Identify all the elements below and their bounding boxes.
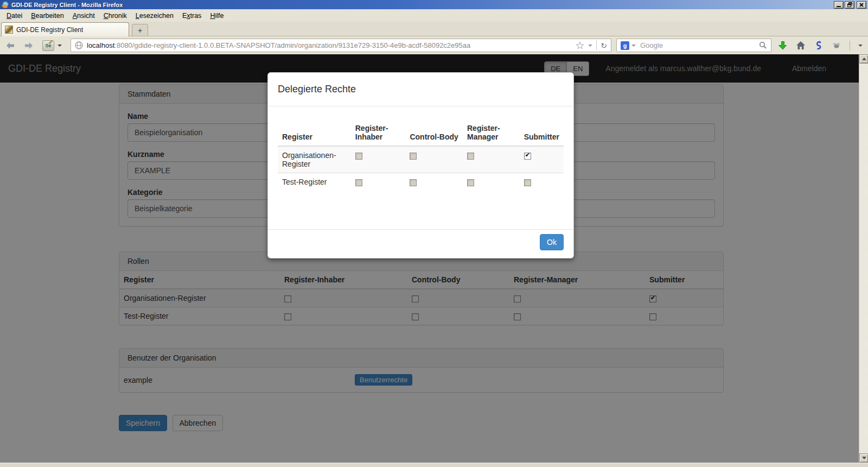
search-icon[interactable] (759, 41, 767, 49)
scroll-down-icon (862, 457, 866, 459)
bookmark-star-icon[interactable] (576, 41, 584, 49)
modal-footer: Ok (268, 229, 573, 258)
restore-button[interactable] (845, 1, 854, 9)
toolbar-divider (850, 41, 850, 51)
menu-bearbeiten[interactable]: Bearbeiten (27, 10, 68, 21)
firefox-icon (2, 1, 9, 8)
delegierte-rechte-table: Register Register-Inhaber Control-Body R… (278, 119, 564, 191)
menubar: Datei Bearbeiten Ansicht Chronik Lesezei… (0, 9, 868, 22)
home-icon[interactable] (796, 41, 806, 50)
scrollbar-up-button[interactable] (859, 54, 868, 64)
checkbox-register-manager[interactable] (467, 153, 474, 160)
new-tab-button[interactable]: + (132, 24, 148, 36)
restore-icon (847, 2, 852, 7)
tabbar: GDI-DE Registry Client + (0, 22, 868, 36)
url-path: :8080/gdide-registry-client-1.0.0.BETA-S… (114, 41, 470, 49)
back-icon (5, 42, 15, 49)
browser-window: GDI-DE Registry Client - Mozilla Firefox… (0, 0, 868, 467)
modal-title: Delegierte Rechte (278, 84, 564, 95)
ok-button[interactable]: Ok (540, 234, 564, 250)
window-title: GDI-DE Registry Client - Mozilla Firefox (11, 2, 123, 8)
tab-title: GDI-DE Registry Client (16, 26, 83, 34)
forward-icon (24, 42, 34, 49)
selenium-addon-button[interactable]: Se (42, 40, 54, 51)
close-icon (859, 3, 864, 7)
modal-row-test-register: Test-Register (278, 173, 564, 191)
scrollbar-down-button[interactable] (859, 453, 868, 463)
scroll-up-icon (862, 58, 866, 60)
search-box[interactable]: g (616, 39, 771, 52)
minimize-button[interactable] (834, 1, 844, 9)
menu-hilfe[interactable]: Hilfe (206, 10, 228, 21)
modal-row-organisationen-register: Organisationen-Register (278, 146, 564, 173)
browser-viewport: GDI-DE Registry DE EN Angemeldet als mar… (0, 54, 859, 463)
modal-header-control-body: Control-Body (405, 119, 463, 146)
navigation-toolbar: Se localhost:8080/gdide-registry-client-… (0, 36, 868, 54)
menu-chronik[interactable]: Chronik (99, 10, 131, 21)
vertical-scrollbar[interactable] (859, 54, 868, 463)
toolbar-overflow-icon[interactable] (858, 45, 863, 47)
reload-icon[interactable]: ↻ (601, 42, 607, 49)
search-input[interactable] (640, 41, 759, 49)
tab-gdi-de-registry-client[interactable]: GDI-DE Registry Client (1, 22, 129, 36)
downloads-icon[interactable] (778, 41, 788, 51)
url-host: localhost (87, 41, 114, 49)
checkbox-register-manager[interactable] (467, 179, 474, 186)
modal-header: Delegierte Rechte (268, 73, 573, 106)
modal-header-register-manager: Register-Manager (463, 119, 520, 146)
addon-fly-icon[interactable] (832, 42, 841, 49)
modal-row-label: Test-Register (278, 173, 351, 191)
checkbox-control-body[interactable] (410, 153, 417, 160)
globe-icon (75, 41, 83, 49)
modal-header-register-inhaber: Register-Inhaber (351, 119, 406, 146)
addon-seahorse-icon[interactable] (814, 41, 824, 51)
search-engine-dropdown-icon[interactable] (631, 45, 636, 47)
delegierte-rechte-modal: Delegierte Rechte Register Register-Inha… (267, 72, 574, 258)
minimize-icon (837, 6, 841, 7)
menu-ansicht[interactable]: Ansicht (68, 10, 99, 21)
modal-header-register: Register (278, 119, 351, 146)
titlebar: GDI-DE Registry Client - Mozilla Firefox (0, 0, 868, 9)
site-favicon-icon (5, 26, 13, 34)
checkbox-submitter[interactable] (524, 153, 531, 160)
url-text: localhost:8080/gdide-registry-client-1.0… (87, 41, 572, 49)
google-engine-icon[interactable]: g (621, 41, 629, 50)
back-button[interactable] (4, 40, 16, 51)
checkbox-register-inhaber[interactable] (355, 179, 362, 186)
modal-header-submitter: Submitter (520, 119, 564, 146)
forward-button[interactable] (23, 40, 35, 51)
close-button[interactable] (857, 1, 866, 9)
addon-dropdown-icon[interactable] (58, 45, 62, 47)
window-bottom-border (0, 463, 868, 467)
modal-body: Register Register-Inhaber Control-Body R… (268, 106, 573, 229)
menu-lesezeichen[interactable]: Lesezeichen (131, 10, 178, 21)
menu-extras[interactable]: Extras (178, 10, 206, 21)
modal-row-label: Organisationen-Register (278, 146, 351, 173)
menu-datei[interactable]: Datei (2, 10, 27, 21)
url-bar[interactable]: localhost:8080/gdide-registry-client-1.0… (71, 39, 611, 52)
urlbar-divider (596, 41, 597, 50)
checkbox-submitter[interactable] (524, 179, 531, 186)
checkbox-register-inhaber[interactable] (355, 153, 362, 160)
bookmark-dropdown-icon[interactable] (588, 45, 592, 47)
checkbox-control-body[interactable] (410, 179, 417, 186)
